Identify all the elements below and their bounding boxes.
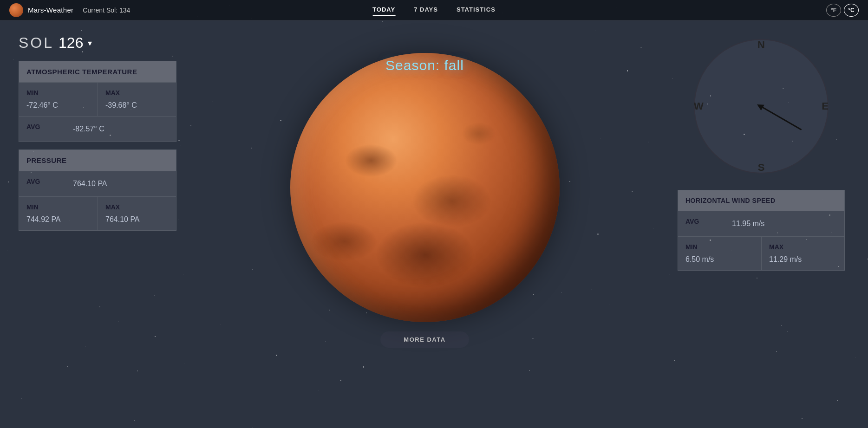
pressure-card: Pressure AVG 764.10 PA MIN 744.92 PA MAX… — [19, 149, 176, 231]
compass-west: W — [694, 100, 704, 112]
wind-avg-row: AVG 11.95 m/s — [678, 211, 844, 236]
wind-min-value: 6.50 m/s — [685, 255, 754, 264]
pressure-max-label: MAX — [105, 203, 169, 211]
more-data-button[interactable]: MORE DATA — [380, 331, 469, 348]
wind-max-label: MAX — [769, 243, 837, 251]
logo-area: Mars-Weather Current Sol: 134 — [9, 3, 130, 17]
wind-card-title: Horizontal wind speed — [678, 190, 844, 211]
current-sol-display: Current Sol: 134 — [83, 6, 130, 14]
main-nav: TODAY 7 DAYS STATISTICS — [372, 4, 496, 16]
pressure-min-cell: MIN 744.92 PA — [19, 196, 98, 230]
center-area: Season: fall MORE DATA — [176, 30, 673, 348]
mars-surface-texture — [290, 53, 560, 322]
sol-dropdown-icon[interactable]: ▾ — [88, 38, 92, 48]
sol-label: SOL — [19, 34, 54, 52]
wind-avg-label: AVG — [685, 218, 713, 225]
temperature-card-title: ATMOSPHERIC TEMPERATURE — [19, 61, 176, 82]
temperature-min-label: MIN — [26, 89, 90, 97]
pressure-avg-row: AVG 764.10 PA — [19, 171, 176, 196]
pressure-avg-label: AVG — [26, 178, 54, 185]
pressure-card-title: Pressure — [19, 150, 176, 171]
celsius-button[interactable]: °C — [844, 4, 859, 17]
temperature-max-value: -39.68° C — [105, 101, 169, 110]
compass-east: E — [822, 100, 829, 112]
wind-avg-value: 11.95 m/s — [732, 220, 764, 228]
pressure-max-value: 764.10 PA — [105, 215, 169, 224]
temperature-min-value: -72.46° C — [26, 101, 90, 110]
pressure-min-max-row: MIN 744.92 PA MAX 764.10 PA — [19, 196, 176, 230]
wind-card: Horizontal wind speed AVG 11.95 m/s MIN … — [678, 190, 845, 271]
mars-logo-icon — [9, 3, 23, 17]
pressure-avg-value: 764.10 PA — [73, 180, 107, 188]
wind-max-value: 11.29 m/s — [769, 255, 837, 264]
wind-min-cell: MIN 6.50 m/s — [678, 236, 761, 270]
app-name: Mars-Weather — [28, 6, 73, 14]
compass-container: N S W E — [689, 32, 833, 181]
pressure-min-label: MIN — [26, 203, 90, 211]
wind-max-cell: MAX 11.29 m/s — [761, 236, 844, 270]
temperature-min-cell: MIN -72.46° C — [19, 82, 98, 116]
compass-south: S — [758, 162, 765, 174]
temperature-max-cell: MAX -39.68° C — [98, 82, 176, 116]
wind-min-label: MIN — [685, 243, 754, 251]
pressure-max-cell: MAX 764.10 PA — [98, 196, 176, 230]
nav-today[interactable]: TODAY — [372, 4, 395, 16]
app-header: Mars-Weather Current Sol: 134 TODAY 7 DA… — [0, 0, 868, 20]
left-panel: SOL 126 ▾ ATMOSPHERIC TEMPERATURE MIN -7… — [19, 34, 176, 238]
temperature-avg-value: -82.57° C — [73, 125, 104, 133]
wind-min-max-row: MIN 6.50 m/s MAX 11.29 m/s — [678, 236, 844, 270]
pressure-min-value: 744.92 PA — [26, 215, 90, 224]
right-panel: N S W E Horizontal wind speed AVG 11.95 … — [673, 32, 849, 278]
mars-planet — [290, 53, 560, 322]
temperature-min-max-row: MIN -72.46° C MAX -39.68° C — [19, 82, 176, 116]
sol-number: 126 — [59, 34, 83, 52]
temperature-avg-row: AVG -82.57° C — [19, 116, 176, 142]
nav-7days[interactable]: 7 DAYS — [414, 4, 438, 16]
temperature-max-label: MAX — [105, 89, 169, 97]
compass-circle: N S W E — [694, 39, 829, 174]
main-content: SOL 126 ▾ ATMOSPHERIC TEMPERATURE MIN -7… — [0, 20, 868, 428]
compass-wind-arrow — [761, 106, 802, 130]
temperature-card: ATMOSPHERIC TEMPERATURE MIN -72.46° C MA… — [19, 61, 176, 142]
temperature-avg-label: AVG — [26, 123, 54, 130]
nav-statistics[interactable]: STATISTICS — [457, 4, 496, 16]
season-label: Season: fall — [385, 58, 464, 73]
compass-north: N — [757, 39, 765, 51]
fahrenheit-button[interactable]: °F — [826, 4, 841, 17]
unit-toggle-group: °F °C — [826, 4, 859, 17]
sol-header: SOL 126 ▾ — [19, 34, 176, 52]
